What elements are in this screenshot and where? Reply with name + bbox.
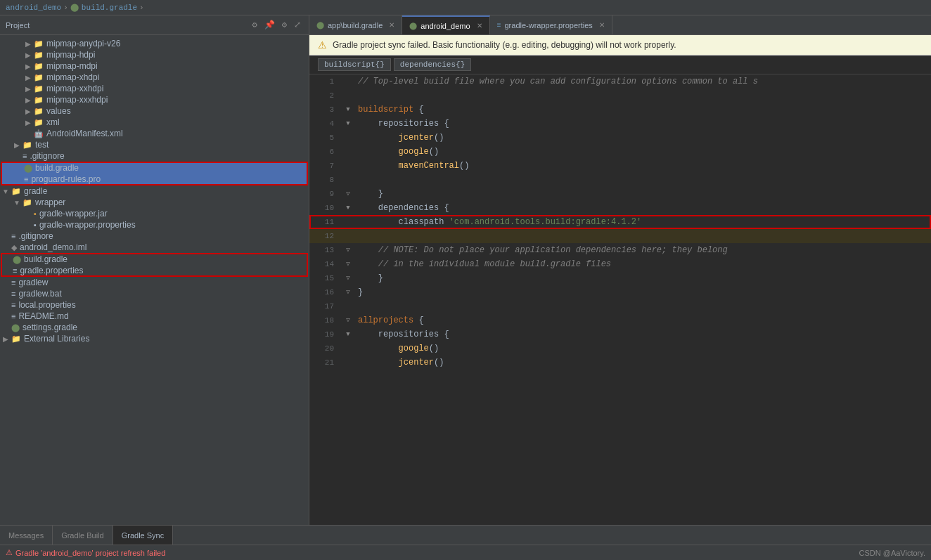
code-line: 1 // Top-level build file where you can … [309, 74, 931, 89]
folder-icon: 📁 [34, 96, 44, 105]
jar-icon: ▪ [34, 209, 37, 218]
properties-icon: ≡ [24, 175, 28, 183]
tab-close-button[interactable]: ✕ [389, 21, 394, 29]
sidebar-item-wrapper-folder[interactable]: ▼ 📁 wrapper [0, 197, 309, 208]
sidebar-item-build-gradle[interactable]: ⬤ build.gradle [1, 162, 307, 174]
error-icon: ⚠ [6, 548, 13, 557]
list-item[interactable]: ◆ android_demo.iml [0, 242, 309, 253]
tab-gradle-icon: ⬤ [409, 22, 417, 30]
tree-arrow: ▶ [23, 40, 34, 48]
line-gutter[interactable]: ▽ [341, 243, 355, 257]
sidebar-item-root-build-gradle[interactable]: ⬤ build.gradle [1, 254, 307, 265]
item-label: local.properties [18, 300, 75, 310]
tab-android-demo[interactable]: ⬤ android_demo ✕ [402, 15, 489, 34]
code-line: 21 jcenter() [309, 356, 931, 370]
item-label: proguard-rules.pro [31, 174, 101, 184]
gradle-icon: ⬤ [24, 164, 32, 173]
expand-icon[interactable]: ⤢ [292, 19, 303, 31]
line-number: 9 [309, 187, 341, 201]
tab-gradle-wrapper[interactable]: ≡ gradle-wrapper.properties ✕ [490, 15, 612, 34]
code-line: 8 [309, 173, 931, 187]
list-item[interactable]: ≡ .gitignore [0, 150, 309, 162]
sidebar-header: Project ⚙ 📌 ⚙ ⤢ [0, 15, 309, 35]
line-content: classpath 'com.android.tools.build:gradl… [355, 215, 931, 229]
line-gutter[interactable]: ▼ [341, 201, 355, 215]
buildscript-button[interactable]: buildscript{} [318, 58, 391, 71]
dependencies-button[interactable]: dependencies{} [394, 58, 471, 71]
list-item[interactable]: ▶ 📁 mipmap-mdpi [0, 60, 309, 72]
breadcrumb-item[interactable]: android_demo [6, 4, 61, 12]
tab-messages[interactable]: Messages [0, 526, 53, 545]
tab-file-icon: ≡ [497, 21, 501, 29]
list-item[interactable]: 🤖 AndroidManifest.xml [0, 128, 309, 139]
line-gutter[interactable]: ▼ [341, 327, 355, 341]
list-item[interactable]: ▶ 📁 values [0, 105, 309, 117]
code-line: 9 ▽ } [309, 187, 931, 201]
tab-close-button[interactable]: ✕ [599, 21, 605, 29]
line-gutter[interactable]: ▼ [341, 103, 355, 117]
tab-close-button[interactable]: ✕ [477, 22, 482, 30]
list-item[interactable]: ⬤ settings.gradle [0, 322, 309, 333]
list-item[interactable]: ≡ README.md [0, 311, 309, 322]
code-line: 15 ▽ } [309, 271, 931, 285]
list-item[interactable]: ▶ 📁 test [0, 139, 309, 150]
tree-arrow: ▶ [23, 51, 34, 59]
folder-icon: 📁 [34, 73, 44, 82]
tab-label: app\build.gradle [328, 21, 383, 30]
file-icon: ≡ [11, 301, 15, 309]
list-item[interactable]: ▶ 📁 mipmap-xhdpi [0, 72, 309, 83]
tree-arrow: ▶ [23, 63, 34, 70]
pin-icon[interactable]: 📌 [262, 19, 277, 31]
file-icon: ≡ [11, 289, 15, 298]
tab-app-build[interactable]: ⬤ app\build.gradle ✕ [309, 15, 402, 34]
code-line: 17 [309, 299, 931, 313]
line-gutter[interactable]: ▽ [341, 187, 355, 201]
sidebar-item-root-gradle-properties[interactable]: ≡ gradle.properties [1, 265, 307, 276]
line-gutter[interactable]: ▼ [341, 117, 355, 131]
folder-icon: 📁 [34, 84, 44, 93]
line-content: jcenter() [355, 131, 931, 145]
list-item[interactable]: ▶ 📁 mipmap-hdpi [0, 49, 309, 60]
line-gutter[interactable]: ▽ [341, 271, 355, 285]
folder-icon: 📁 [23, 198, 32, 207]
gradle-icon: ⬤ [11, 323, 20, 332]
list-item[interactable]: ▪ gradle-wrapper.properties [0, 219, 309, 230]
code-editor[interactable]: 1 // Top-level build file where you can … [309, 74, 931, 525]
tab-gradle-build[interactable]: Gradle Build [53, 526, 113, 545]
item-label: gradle-wrapper.jar [39, 209, 108, 219]
list-item[interactable]: ▪ gradle-wrapper.jar [0, 208, 309, 219]
list-item[interactable]: ▶ 📁 xml [0, 117, 309, 128]
list-item[interactable]: ≡ gradlew.bat [0, 288, 309, 299]
list-item[interactable]: ≡ local.properties [0, 299, 309, 311]
sidebar-toolbar: ⚙ 📌 ⚙ ⤢ [250, 19, 303, 31]
code-line: 6 google() [309, 145, 931, 159]
sidebar-item-gradle-properties[interactable]: ≡ proguard-rules.pro [1, 174, 307, 185]
code-line: 2 [309, 89, 931, 103]
item-label: android_demo.iml [20, 242, 86, 252]
line-gutter[interactable]: ▽ [341, 313, 355, 327]
settings-icon[interactable]: ⚙ [250, 19, 259, 31]
gear-icon[interactable]: ⚙ [280, 19, 289, 31]
line-number: 1 [309, 74, 341, 89]
tab-gradle-sync[interactable]: Gradle Sync [113, 526, 174, 545]
list-item[interactable]: ≡ gradlew [0, 277, 309, 288]
list-item[interactable]: ▶ 📁 mipmap-xxxhdpi [0, 94, 309, 105]
line-gutter[interactable]: ▽ [341, 285, 355, 299]
tab-gradle-icon: ⬤ [316, 21, 324, 29]
list-item[interactable]: ≡ .gitignore [0, 230, 309, 242]
line-number: 2 [309, 89, 341, 103]
list-item[interactable]: ▶ 📁 mipmap-anydpi-v26 [0, 38, 309, 49]
breadcrumb-item[interactable]: build.gradle [82, 4, 137, 12]
line-number: 20 [309, 341, 341, 356]
item-label: gradle-wrapper.properties [39, 220, 136, 230]
line-number: 16 [309, 285, 341, 299]
sidebar-item-gradle-folder[interactable]: ▼ 📁 gradle [0, 185, 309, 197]
list-item[interactable]: ▶ 📁 mipmap-xxhdpi [0, 83, 309, 94]
file-icon: ≡ [11, 232, 15, 240]
tab-label: android_demo [420, 22, 470, 30]
code-line: 13 ▽ // NOTE: Do not place your applicat… [309, 243, 931, 257]
sidebar-item-external-libraries[interactable]: ▶ 📁 External Libraries [0, 333, 309, 344]
line-number: 12 [309, 229, 341, 243]
line-gutter[interactable]: ▽ [341, 257, 355, 271]
line-number: 13 [309, 243, 341, 257]
